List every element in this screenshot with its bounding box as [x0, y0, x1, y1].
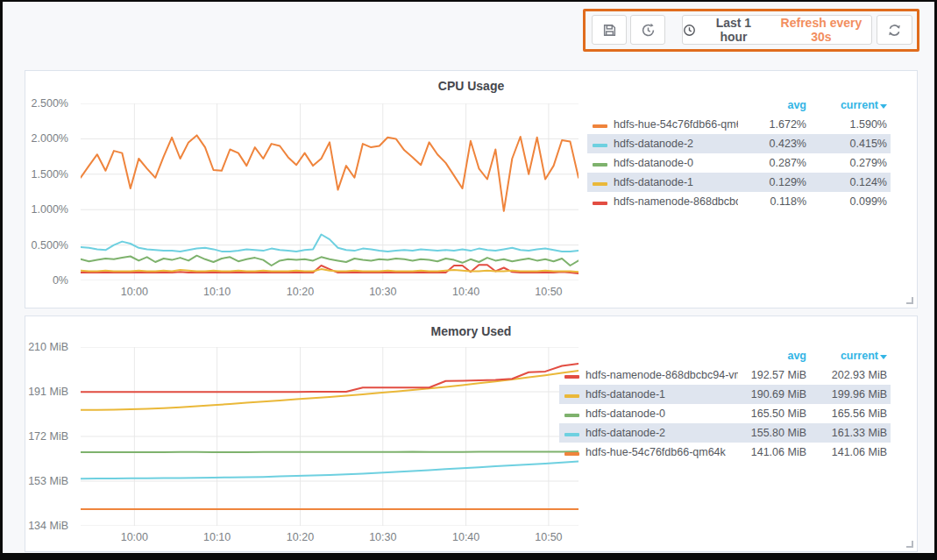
legend-row: hdfs-datanode-1190.69 MiB199.96 MiB: [559, 385, 891, 404]
series-avg-value: 0.129%: [738, 176, 806, 188]
series-line: [81, 462, 579, 479]
refresh-interval-label: Refresh every 30s: [771, 16, 871, 44]
x-axis: 10:0010:1010:2010:3010:4010:50: [81, 286, 579, 300]
history-button[interactable]: [630, 15, 665, 45]
series-current-value: 0.124%: [806, 176, 887, 188]
series-avg-value: 165.50 MiB: [738, 408, 806, 420]
series-current-value: 199.96 MiB: [806, 388, 887, 401]
series-color-swatch-icon[interactable]: [593, 124, 607, 128]
y-axis: 2.500%2.000%1.500%1.000%0.500%0%: [25, 103, 75, 280]
memory-used-chart[interactable]: [81, 347, 579, 526]
cpu-legend: avgcurrenthdfs-hue-54c76fdb66-qm64k1.672…: [587, 96, 891, 211]
save-icon: [602, 23, 617, 38]
series-name[interactable]: hdfs-namenode-868dbcbc94-vm4c8: [586, 369, 738, 381]
series-color-swatch-icon[interactable]: [564, 414, 579, 417]
series-name[interactable]: hdfs-namenode-868dbcbc94-vm4c8: [614, 195, 738, 208]
series-avg-value: 192.57 MiB: [738, 369, 806, 381]
series-color-swatch-icon[interactable]: [593, 144, 607, 147]
x-axis-tick: 10:10: [203, 286, 231, 298]
x-axis-tick: 10:40: [452, 531, 479, 543]
refresh-button[interactable]: [877, 15, 912, 45]
legend-header: avgcurrent: [559, 346, 891, 365]
series-current-value: 1.590%: [806, 118, 887, 131]
series-line: [81, 135, 579, 210]
series-current-value: 0.415%: [806, 138, 887, 150]
series-color-swatch-icon[interactable]: [564, 452, 579, 456]
panel-title[interactable]: CPU Usage: [25, 79, 917, 93]
legend-header: avgcurrent: [587, 96, 891, 115]
series-color-swatch-icon[interactable]: [564, 394, 579, 398]
series-color-swatch-icon[interactable]: [593, 182, 607, 186]
legend-row: hdfs-namenode-868dbcbc94-vm4c8192.57 MiB…: [559, 365, 891, 385]
series-current-value: 165.56 MiB: [806, 408, 887, 420]
series-color-swatch-icon[interactable]: [564, 433, 579, 436]
series-color-swatch-icon[interactable]: [593, 163, 607, 167]
series-line: [81, 364, 579, 392]
legend-sort-current[interactable]: current: [806, 350, 887, 362]
legend-row: hdfs-datanode-20.423%0.415%: [587, 134, 891, 153]
y-axis-tick: 1.500%: [32, 168, 68, 181]
sort-caret-icon: [880, 355, 887, 359]
x-axis-tick: 10:20: [287, 286, 314, 298]
series-name[interactable]: hdfs-hue-54c76fdb66-qm64k: [614, 118, 738, 131]
series-avg-value: 0.423%: [738, 138, 806, 150]
x-axis-tick: 10:50: [535, 531, 562, 543]
x-axis-tick: 10:10: [203, 531, 231, 543]
series-color-swatch-icon[interactable]: [593, 202, 607, 205]
y-axis-tick: 134 MiB: [28, 520, 68, 532]
series-avg-value: 155.80 MiB: [738, 427, 806, 439]
legend-sort-avg[interactable]: avg: [738, 350, 806, 362]
x-axis-tick: 10:50: [535, 286, 562, 298]
legend-row: hdfs-datanode-2155.80 MiB161.33 MiB: [559, 423, 891, 443]
x-axis-tick: 10:40: [452, 286, 479, 298]
series-avg-value: 190.69 MiB: [738, 388, 806, 401]
series-name[interactable]: hdfs-datanode-0: [586, 408, 738, 420]
series-name[interactable]: hdfs-datanode-1: [586, 388, 738, 401]
time-range-picker[interactable]: Last 1 hour Refresh every 30s: [682, 15, 872, 45]
series-current-value: 161.33 MiB: [806, 427, 887, 439]
series-name[interactable]: hdfs-datanode-0: [614, 157, 738, 169]
y-axis-tick: 2.500%: [32, 97, 68, 110]
panel-resize-handle[interactable]: [906, 297, 913, 304]
sort-caret-icon: [880, 104, 887, 109]
time-range-label: Last 1 hour: [702, 16, 765, 44]
y-axis-tick: 172 MiB: [28, 430, 68, 443]
series-avg-value: 141.06 MiB: [738, 446, 806, 458]
x-axis-tick: 10:00: [121, 286, 148, 298]
legend-row: hdfs-hue-54c76fdb66-qm64k1.672%1.590%: [587, 115, 891, 134]
series-name[interactable]: hdfs-datanode-2: [586, 427, 738, 439]
refresh-icon: [887, 23, 902, 38]
legend-row: hdfs-namenode-868dbcbc94-vm4c80.118%0.09…: [587, 192, 891, 211]
series-name[interactable]: hdfs-hue-54c76fdb66-qm64k: [586, 446, 738, 458]
y-axis-tick: 1.000%: [32, 203, 68, 216]
x-axis-tick: 10:20: [287, 531, 314, 543]
legend-sort-avg[interactable]: avg: [738, 99, 806, 111]
y-axis: 210 MiB191 MiB172 MiB153 MiB134 MiB: [25, 347, 75, 526]
x-axis: 10:0010:1010:2010:3010:4010:50: [81, 531, 579, 545]
legend-row: hdfs-datanode-10.129%0.124%: [587, 173, 891, 192]
legend-sort-current[interactable]: current: [806, 99, 887, 111]
y-axis-tick: 0%: [53, 274, 68, 287]
series-avg-value: 0.287%: [738, 157, 806, 169]
series-current-value: 141.06 MiB: [806, 446, 887, 458]
series-color-swatch-icon[interactable]: [564, 375, 579, 379]
y-axis-tick: 0.500%: [32, 239, 68, 252]
dashboard-window: Last 1 hour Refresh every 30s CPU Usage …: [0, 0, 937, 560]
legend-row: hdfs-hue-54c76fdb66-qm64k141.06 MiB141.0…: [559, 443, 891, 462]
series-name[interactable]: hdfs-datanode-2: [614, 138, 738, 150]
series-line: [81, 451, 579, 452]
save-dashboard-button[interactable]: [592, 15, 627, 45]
history-icon: [641, 23, 656, 38]
panel-cpu-usage: CPU Usage 2.500%2.000%1.500%1.000%0.500%…: [25, 70, 918, 308]
series-avg-value: 1.672%: [738, 118, 806, 131]
memory-legend: avgcurrenthdfs-namenode-868dbcbc94-vm4c8…: [559, 346, 891, 462]
series-avg-value: 0.118%: [738, 195, 806, 208]
panel-resize-handle[interactable]: [906, 541, 913, 548]
series-line: [81, 235, 579, 252]
series-line: [81, 256, 579, 266]
panel-title[interactable]: Memory Used: [25, 324, 917, 338]
series-name[interactable]: hdfs-datanode-1: [614, 176, 738, 188]
x-axis-tick: 10:30: [369, 286, 396, 298]
legend-row: hdfs-datanode-0165.50 MiB165.56 MiB: [559, 404, 891, 423]
cpu-usage-chart[interactable]: [81, 103, 579, 280]
